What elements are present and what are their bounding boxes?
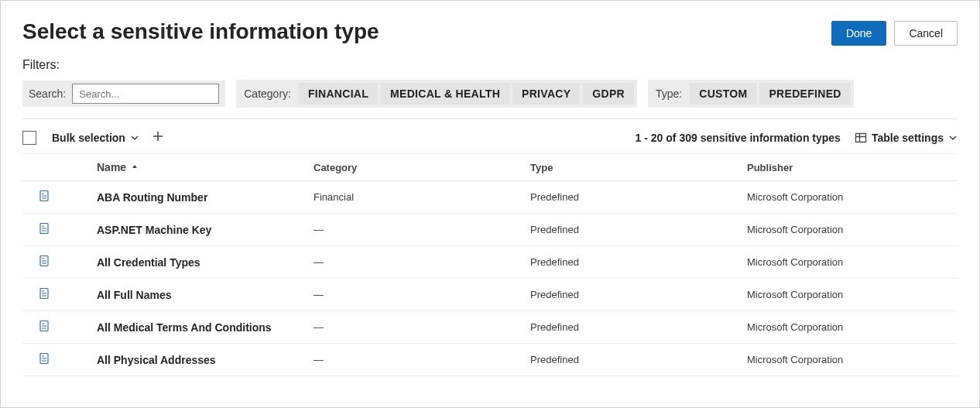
row-type: Predefined (530, 354, 747, 365)
document-icon (38, 222, 50, 237)
svg-rect-0 (855, 134, 865, 142)
col-type[interactable]: Type (530, 162, 747, 173)
col-publisher[interactable]: Publisher (747, 162, 958, 173)
type-label: Type: (651, 87, 687, 100)
row-category: — (314, 354, 530, 365)
row-name: ABA Routing Number (66, 191, 314, 204)
document-icon (38, 190, 50, 204)
table-toolbar: Bulk selection 1 - 20 of 309 sensitive i… (22, 119, 958, 153)
row-publisher: Microsoft Corporation (747, 289, 958, 300)
table-settings-icon (855, 132, 867, 144)
document-icon (38, 352, 50, 367)
header-actions: Done Cancel (831, 21, 958, 46)
table-row[interactable]: All Medical Terms And Conditions — Prede… (22, 311, 958, 344)
col-name-label: Name (97, 161, 126, 173)
row-icon-cell (22, 190, 66, 204)
filters-row: Search: Category: FINANCIAL MEDICAL & HE… (22, 80, 958, 108)
chevron-down-icon (948, 133, 958, 142)
category-chip-medical[interactable]: MEDICAL & HEALTH (381, 83, 509, 105)
row-publisher: Microsoft Corporation (747, 354, 958, 365)
document-icon (38, 287, 50, 302)
category-chip-gdpr[interactable]: GDPR (583, 83, 634, 105)
bulk-label: Bulk selection (52, 132, 125, 144)
row-icon-cell (22, 255, 66, 269)
col-category[interactable]: Category (314, 162, 530, 173)
category-chip-financial[interactable]: FINANCIAL (299, 83, 378, 105)
table-row[interactable]: All Full Names — Predefined Microsoft Co… (22, 279, 958, 311)
row-category: Financial (314, 191, 530, 203)
toolbar-left: Bulk selection (22, 130, 166, 146)
category-label: Category: (239, 87, 296, 100)
page-title: Select a sensitive information type (22, 19, 379, 44)
search-input[interactable] (72, 84, 219, 104)
cancel-button[interactable]: Cancel (894, 21, 958, 46)
done-button[interactable]: Done (831, 21, 886, 46)
search-label: Search: (29, 87, 66, 100)
row-name: ASP.NET Machine Key (66, 224, 314, 236)
plus-icon (152, 130, 164, 146)
row-publisher: Microsoft Corporation (747, 224, 958, 235)
row-category: — (314, 289, 530, 300)
row-type: Predefined (530, 256, 747, 268)
row-icon-cell (22, 287, 66, 302)
table-body: ABA Routing Number Financial Predefined … (22, 181, 958, 376)
row-category: — (314, 224, 530, 235)
row-type: Predefined (530, 321, 747, 333)
row-name: All Full Names (66, 289, 314, 301)
row-icon-cell (22, 222, 66, 237)
filters-label: Filters: (22, 58, 958, 72)
chevron-down-icon (130, 133, 139, 142)
search-group: Search: (22, 81, 225, 107)
table-row[interactable]: All Physical Addresses — Predefined Micr… (22, 344, 958, 376)
row-type: Predefined (530, 289, 747, 300)
category-group: Category: FINANCIAL MEDICAL & HEALTH PRI… (236, 80, 637, 108)
table-row[interactable]: All Credential Types — Predefined Micros… (22, 246, 958, 279)
type-chip-predefined[interactable]: PREDEFINED (759, 83, 850, 105)
table-settings-label: Table settings (872, 132, 944, 144)
bulk-checkbox[interactable] (22, 131, 36, 145)
results-table: Name Category Type Publisher ABA Routing… (22, 153, 958, 376)
row-icon-cell (22, 320, 66, 334)
document-icon (38, 320, 50, 334)
type-group: Type: CUSTOM PREDEFINED (648, 80, 854, 108)
type-chip-custom[interactable]: CUSTOM (690, 83, 756, 105)
table-row[interactable]: ABA Routing Number Financial Predefined … (22, 181, 958, 214)
row-category: — (314, 321, 530, 333)
row-name: All Physical Addresses (66, 354, 314, 366)
sort-asc-icon (131, 163, 139, 171)
category-chip-privacy[interactable]: PRIVACY (512, 83, 580, 105)
dialog-window: Select a sensitive information type Done… (0, 0, 980, 408)
row-publisher: Microsoft Corporation (747, 321, 958, 333)
document-icon (38, 255, 50, 269)
toolbar-right: 1 - 20 of 309 sensitive information type… (636, 132, 958, 144)
header-row: Select a sensitive information type Done… (22, 16, 958, 58)
col-name[interactable]: Name (66, 161, 314, 173)
table-row[interactable]: ASP.NET Machine Key — Predefined Microso… (22, 214, 958, 246)
row-publisher: Microsoft Corporation (747, 256, 958, 268)
row-name: All Credential Types (66, 256, 314, 269)
row-category: — (314, 256, 530, 268)
table-header: Name Category Type Publisher (22, 153, 958, 181)
row-type: Predefined (530, 191, 747, 203)
row-name: All Medical Terms And Conditions (66, 321, 314, 334)
result-count: 1 - 20 of 309 sensitive information type… (636, 132, 841, 144)
bulk-selection-toggle[interactable]: Bulk selection (52, 132, 139, 144)
row-icon-cell (22, 352, 66, 367)
row-publisher: Microsoft Corporation (747, 191, 958, 203)
table-settings-button[interactable]: Table settings (855, 132, 958, 144)
add-button[interactable] (150, 130, 166, 146)
row-type: Predefined (530, 224, 747, 235)
